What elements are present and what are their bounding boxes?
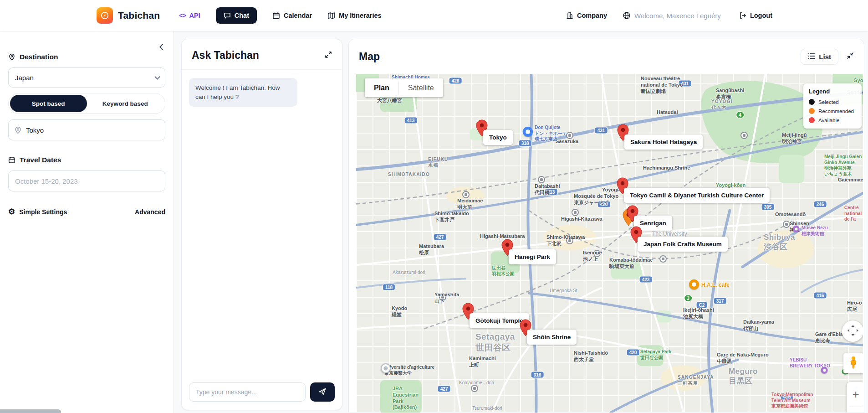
- map-title: Map: [359, 51, 380, 63]
- map-place-label: Mosquée de Tokyo 東京ジャーミイ: [574, 193, 618, 206]
- map-place-label: Gaiemmae: [838, 177, 863, 183]
- search-sidebar: Destination Japan Spot based Keyword bas…: [0, 31, 174, 413]
- road-shield: 420: [627, 350, 639, 356]
- map-canvas[interactable]: Shimachū Homes Nakano] Honten 島忠 ホームズ中野本…: [356, 74, 863, 413]
- marker-label-chip[interactable]: Shōin Shrine: [527, 330, 577, 345]
- chat-bubble-icon: [224, 12, 231, 19]
- poi-icon: [381, 363, 391, 373]
- zoom-in-button[interactable]: +: [847, 382, 863, 407]
- marker-label-chip[interactable]: Hanegi Park: [509, 249, 556, 264]
- assistant-message: Welcome ! I am Tabichan. How can I help …: [189, 78, 297, 107]
- location-pin-icon: [14, 126, 22, 134]
- legend-item: Available: [809, 117, 856, 123]
- paper-plane-icon: [318, 387, 327, 397]
- road-shield: 428: [449, 78, 462, 84]
- legend-item-label: Available: [818, 118, 839, 123]
- nav-logout-label: Logout: [750, 12, 772, 19]
- road-shield: 318: [519, 140, 531, 146]
- map-place-label: Sangūbashi 参宮橋: [716, 88, 744, 100]
- map-place-label: Shimo-Kitazawa 下北沢: [546, 234, 585, 247]
- tab-spot-based[interactable]: Spot based: [10, 95, 87, 112]
- road-shield: 4: [736, 112, 744, 118]
- map-place-label: Kyodo 経堂: [392, 305, 407, 318]
- advanced-settings-link[interactable]: Advanced: [135, 208, 165, 216]
- logout-icon: [739, 12, 746, 19]
- welcome-text: Welcome, Maxence Leguéry: [634, 12, 721, 20]
- map-place-label: Daikan-yama 代官山: [743, 319, 774, 332]
- map-place-label: Setagaya Park 世田谷公園: [640, 349, 671, 361]
- nav-logout[interactable]: Logout: [739, 12, 772, 19]
- map-place-label: Shimo-takaido 下高井戸: [434, 211, 469, 223]
- marker-label-chip[interactable]: Tokyo Camii & Diyanet Turkish Culture Ce…: [624, 188, 770, 203]
- spot-search-input[interactable]: [26, 126, 159, 134]
- tab-keyword-based[interactable]: Keyword based: [87, 95, 164, 112]
- brand-name: Tabichan: [118, 10, 160, 21]
- simple-settings-label: Simple Settings: [19, 208, 67, 216]
- nav-api[interactable]: <> API: [179, 12, 200, 19]
- nav-api-label: API: [189, 12, 200, 19]
- map-marker[interactable]: Sakura Hotel Hatagaya: [617, 124, 629, 143]
- search-mode-toggle: Spot based Keyword based: [8, 93, 165, 114]
- list-view-button[interactable]: List: [801, 49, 838, 65]
- poi-icon: [689, 279, 699, 289]
- road-shield: 423: [640, 277, 652, 283]
- map-type-satellite[interactable]: Satellite: [399, 78, 443, 97]
- map-place-label: Hiro-o 広尾: [847, 300, 862, 313]
- road-shield: 246: [814, 201, 827, 207]
- map-place-label: Meiji-jingū 明治神宮: [782, 132, 807, 145]
- map-place-label: Ikenoue 池ノ上: [583, 250, 602, 263]
- street-view-pegman[interactable]: [843, 353, 863, 373]
- road-shield: 3: [684, 295, 692, 301]
- map-type-plan[interactable]: Plan: [365, 78, 398, 97]
- nav-itineraries[interactable]: My Itineraries: [327, 12, 382, 20]
- destination-select[interactable]: Japan: [8, 67, 165, 88]
- chat-input-row: [182, 376, 342, 410]
- map-place-label: Tokyo Metropolitan Teien Art Museum 東京都庭…: [771, 392, 813, 409]
- map-marker[interactable]: Shōin Shrine: [520, 319, 531, 338]
- calendar-icon: [8, 156, 15, 164]
- settings-row: ⚙ Simple Settings Advanced: [8, 208, 165, 216]
- map-marker[interactable]: Hanegi Park: [501, 239, 513, 258]
- location-pin-icon: [8, 53, 15, 61]
- map-marker[interactable]: Tokyo Camii & Diyanet Turkish Culture Ce…: [617, 177, 628, 196]
- map-place-label: Komadome - dori: [459, 380, 494, 386]
- send-message-button[interactable]: [310, 382, 335, 402]
- travel-dates-input[interactable]: [8, 170, 165, 191]
- poi-icon: [793, 226, 800, 232]
- map-place-label: Gyoe: [853, 77, 863, 84]
- map-place-label: 世田谷 羽根木公園: [492, 265, 515, 277]
- sidebar-collapse-button[interactable]: [155, 41, 167, 53]
- map-pan-control[interactable]: [842, 320, 863, 342]
- zoom-out-button[interactable]: [847, 407, 863, 413]
- user-welcome: Welcome, Maxence Leguéry: [623, 11, 721, 20]
- map-marker[interactable]: Japan Folk Crafts Museum: [630, 226, 642, 245]
- train-station-icon: [538, 176, 545, 183]
- poi-icon: [523, 127, 533, 137]
- map-place-label: Daitabashi 代田橋: [535, 183, 560, 196]
- map-marker[interactable]: Tokyo: [476, 119, 488, 139]
- train-station-icon: [462, 191, 470, 198]
- road-shield: 427: [434, 234, 446, 240]
- road-shield: 318: [531, 372, 544, 378]
- nav-itineraries-label: My Itineraries: [339, 12, 382, 19]
- marker-label-chip[interactable]: Sakura Hotel Hatagaya: [624, 134, 703, 150]
- map-place-label: YOYOGI 代々木: [711, 99, 733, 110]
- nav-company[interactable]: Company: [566, 12, 607, 19]
- chat-message-input[interactable]: [189, 382, 306, 402]
- expand-chat-icon[interactable]: [325, 51, 332, 60]
- map-place-label: EIFUKU 永福: [428, 157, 448, 168]
- map-place-label: Komaba-tōdaimae 駒場東大前: [609, 257, 653, 270]
- collapse-map-icon[interactable]: [847, 52, 854, 61]
- marker-label-chip[interactable]: Japan Folk Crafts Museum: [638, 237, 728, 252]
- nav-company-label: Company: [577, 12, 607, 19]
- nav-calendar[interactable]: Calendar: [272, 12, 312, 20]
- map-place-label: Yamashita 山下: [434, 292, 459, 305]
- map-marker[interactable]: Gōtokuji Temple: [462, 303, 474, 322]
- list-icon: [808, 53, 815, 61]
- map-place-label: université d'agriculture 東京農業大学: [384, 365, 434, 376]
- chat-title: Ask Tabichan: [192, 49, 259, 62]
- marker-label-chip[interactable]: Tokyo: [483, 130, 513, 145]
- nav-chat[interactable]: Chat: [216, 7, 257, 24]
- map-marker[interactable]: Senrigan: [627, 205, 638, 224]
- simple-settings-button[interactable]: ⚙ Simple Settings: [8, 208, 67, 216]
